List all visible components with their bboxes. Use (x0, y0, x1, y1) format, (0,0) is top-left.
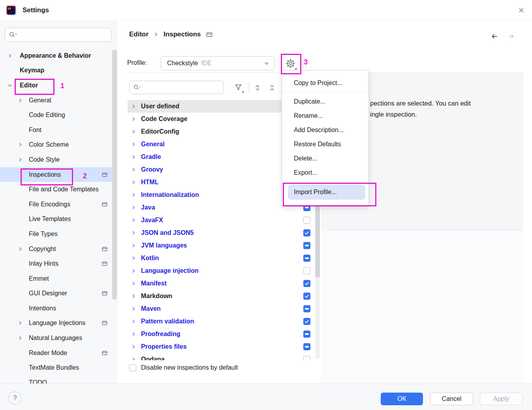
tree-group-maven[interactable]: Maven (128, 302, 315, 315)
chevron-right-icon[interactable] (131, 331, 136, 337)
filter-button[interactable] (232, 81, 245, 94)
chevron-right-icon[interactable] (131, 319, 136, 324)
chevron-right-icon[interactable] (131, 116, 136, 122)
inspection-checkbox-checked[interactable] (303, 229, 310, 236)
chevron-right-icon[interactable] (131, 217, 136, 223)
sidebar-item-live-templates[interactable]: Live Templates (0, 212, 117, 227)
chevron-right-icon[interactable] (131, 192, 136, 198)
inspection-checkbox-indeterminate[interactable] (303, 343, 310, 350)
inspection-checkbox-unchecked[interactable] (303, 217, 310, 224)
sidebar-item-intentions[interactable]: Intentions (0, 301, 117, 316)
chevron-right-icon[interactable] (17, 335, 23, 341)
sidebar-item-file-types[interactable]: File Types (0, 227, 117, 242)
inspections-search-field[interactable] (129, 81, 224, 94)
inspection-checkbox-checked[interactable] (303, 280, 310, 287)
inspection-checkbox-indeterminate[interactable] (303, 242, 310, 249)
sidebar-item-appearance-behavior[interactable]: Appearance & Behavior (0, 48, 117, 63)
settings-search-field[interactable] (5, 28, 111, 42)
inspection-checkbox-unchecked[interactable] (303, 356, 310, 360)
chevron-right-icon[interactable] (131, 344, 136, 350)
sidebar-item-gui-designer[interactable]: GUI Designer (0, 286, 117, 301)
sidebar-item-file-and-code-templates[interactable]: File and Code Templates (0, 182, 117, 197)
sidebar-item-textmate-bundles[interactable]: TextMate Bundles (0, 360, 117, 375)
chevron-right-icon[interactable] (131, 205, 136, 210)
chevron-right-icon[interactable] (131, 167, 136, 172)
tree-group-json-and-json5[interactable]: JSON and JSON5 (128, 227, 315, 239)
tree-group-proofreading[interactable]: Proofreading (128, 328, 315, 340)
inspection-checkbox-checked[interactable] (303, 293, 310, 300)
chevron-right-icon[interactable] (131, 306, 136, 312)
chevron-right-icon[interactable] (131, 129, 136, 134)
sidebar-item-code-style[interactable]: Code Style (0, 152, 117, 167)
menu-item-restore-defaults[interactable]: Restore Defaults (282, 137, 368, 151)
collapse-all-button[interactable] (266, 82, 278, 94)
chevron-right-icon[interactable] (17, 246, 23, 252)
chevron-down-icon[interactable] (7, 83, 13, 88)
chevron-right-icon[interactable] (7, 53, 13, 59)
chevron-right-icon[interactable] (131, 104, 136, 109)
tree-group-qodana[interactable]: Qodana (128, 353, 315, 360)
menu-item-rename[interactable]: Rename... (282, 109, 368, 123)
chevron-right-icon[interactable] (131, 142, 136, 147)
sidebar-item-natural-languages[interactable]: Natural Languages (0, 331, 117, 346)
chevron-right-icon[interactable] (131, 230, 136, 236)
chevron-right-icon[interactable] (17, 142, 23, 147)
sidebar-scrollbar-thumb[interactable] (112, 49, 117, 300)
inspection-checkbox-indeterminate[interactable] (303, 255, 310, 262)
chevron-right-icon[interactable] (131, 179, 136, 185)
sidebar-item-code-editing[interactable]: Code Editing (0, 108, 117, 123)
sidebar-item-copyright[interactable]: Copyright (0, 242, 117, 257)
sidebar-item-inlay-hints[interactable]: Inlay Hints (0, 256, 117, 271)
sidebar-item-language-injections[interactable]: Language Injections (0, 316, 117, 331)
chevron-right-icon[interactable] (131, 293, 136, 299)
sidebar-item-emmet[interactable]: Emmet (0, 271, 117, 286)
profile-dropdown[interactable]: Checkstyle IDE (161, 56, 275, 70)
breadcrumb-editor[interactable]: Editor (129, 30, 149, 38)
sidebar-item-reader-mode[interactable]: Reader Mode (0, 346, 117, 361)
inspection-checkbox-checked[interactable] (303, 318, 310, 325)
chevron-right-icon[interactable] (17, 320, 23, 326)
inspection-checkbox-unchecked[interactable] (303, 267, 310, 274)
sidebar-item-color-scheme[interactable]: Color Scheme (0, 138, 117, 153)
menu-item-delete[interactable]: Delete... (282, 151, 368, 166)
menu-item-add-description[interactable]: Add Description... (282, 123, 368, 137)
sidebar-item-file-encodings[interactable]: File Encodings (0, 197, 117, 212)
sidebar-item-editor[interactable]: Editor (0, 78, 117, 93)
sidebar-item-todo[interactable]: TODO (0, 375, 117, 384)
expand-all-button[interactable] (252, 82, 263, 94)
tree-group-kotlin[interactable]: Kotlin (128, 252, 315, 265)
help-button[interactable]: ? (8, 391, 22, 405)
disable-new-inspections-checkbox[interactable] (129, 364, 136, 371)
inspections-search-input[interactable] (143, 83, 224, 92)
menu-item-import-profile[interactable]: Import Profile... (288, 185, 365, 200)
tree-group-jvm-languages[interactable]: JVM languages (128, 239, 315, 252)
tree-group-language-injection[interactable]: Language injection (128, 265, 315, 277)
tree-group-javafx[interactable]: JavaFX (128, 214, 315, 227)
sidebar-item-inspections[interactable]: Inspections (0, 167, 117, 182)
tree-group-pattern-validation[interactable]: Pattern validation (128, 315, 315, 328)
sidebar-item-general[interactable]: General (0, 93, 117, 108)
tree-scrollbar-thumb[interactable] (315, 205, 320, 278)
close-button[interactable] (515, 4, 528, 17)
ok-button[interactable]: OK (381, 393, 423, 405)
settings-search-input[interactable] (20, 30, 111, 40)
forward-button[interactable] (506, 32, 516, 41)
cancel-button[interactable]: Cancel (430, 393, 473, 405)
tree-group-markdown[interactable]: Markdown (128, 290, 315, 302)
chevron-right-icon[interactable] (131, 357, 136, 360)
chevron-right-icon[interactable] (17, 98, 23, 103)
menu-item-export[interactable]: Export... (282, 166, 368, 180)
chevron-right-icon[interactable] (131, 255, 136, 261)
inspection-checkbox-indeterminate[interactable] (303, 331, 310, 338)
chevron-right-icon[interactable] (131, 268, 136, 274)
menu-item-duplicate[interactable]: Duplicate... (282, 94, 368, 109)
chevron-right-icon[interactable] (131, 154, 136, 160)
back-button[interactable] (490, 32, 499, 41)
chevron-right-icon[interactable] (131, 243, 136, 248)
sidebar-item-font[interactable]: Font (0, 123, 117, 138)
menu-item-copy-to-project[interactable]: Copy to Project... (282, 76, 368, 90)
profile-actions-button[interactable] (282, 55, 298, 71)
inspection-checkbox-indeterminate[interactable] (303, 305, 310, 312)
sidebar-item-keymap[interactable]: Keymap (0, 63, 117, 78)
tree-group-manifest[interactable]: Manifest (128, 277, 315, 290)
